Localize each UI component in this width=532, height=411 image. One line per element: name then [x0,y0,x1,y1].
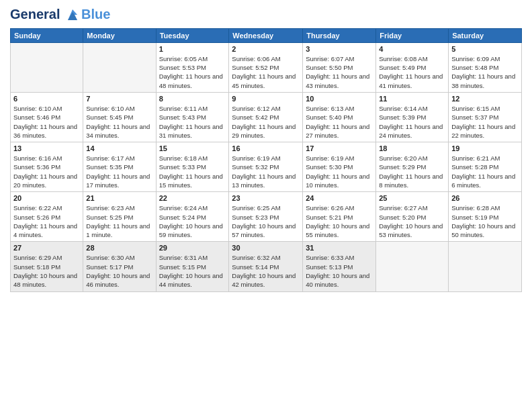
day-number: 13 [13,144,80,152]
calendar-week-2: 6Sunrise: 6:10 AM Sunset: 5:46 PM Daylig… [11,92,522,142]
day-number: 28 [86,244,152,252]
day-number: 20 [13,194,80,202]
day-info: Sunrise: 6:07 AM Sunset: 5:50 PM Dayligh… [306,54,373,90]
calendar-cell: 10Sunrise: 6:13 AM Sunset: 5:40 PM Dayli… [303,92,376,142]
logo-blue: Blue [81,7,110,21]
weekday-header-saturday: Saturday [449,28,522,42]
calendar-cell: 28Sunrise: 6:30 AM Sunset: 5:17 PM Dayli… [83,242,156,291]
day-number: 23 [232,194,300,202]
day-number: 8 [159,95,226,103]
calendar-cell: 9Sunrise: 6:12 AM Sunset: 5:42 PM Daylig… [229,92,303,142]
calendar-cell: 21Sunrise: 6:23 AM Sunset: 5:25 PM Dayli… [83,192,156,242]
calendar-cell: 24Sunrise: 6:26 AM Sunset: 5:21 PM Dayli… [303,192,376,242]
day-number: 3 [306,45,373,53]
calendar-cell [11,42,83,92]
day-info: Sunrise: 6:29 AM Sunset: 5:18 PM Dayligh… [13,253,80,289]
weekday-header-sunday: Sunday [11,28,83,42]
day-info: Sunrise: 6:33 AM Sunset: 5:13 PM Dayligh… [306,253,373,289]
calendar-cell: 8Sunrise: 6:11 AM Sunset: 5:43 PM Daylig… [156,92,229,142]
day-number: 26 [451,194,519,202]
calendar-cell: 15Sunrise: 6:18 AM Sunset: 5:33 PM Dayli… [156,142,229,192]
calendar-cell: 5Sunrise: 6:09 AM Sunset: 5:48 PM Daylig… [449,42,522,92]
day-info: Sunrise: 6:22 AM Sunset: 5:26 PM Dayligh… [13,203,80,239]
day-info: Sunrise: 6:19 AM Sunset: 5:32 PM Dayligh… [232,154,300,189]
calendar-cell: 7Sunrise: 6:10 AM Sunset: 5:45 PM Daylig… [83,92,156,142]
day-number: 9 [232,95,300,103]
calendar-cell: 1Sunrise: 6:05 AM Sunset: 5:53 PM Daylig… [156,42,229,92]
day-info: Sunrise: 6:27 AM Sunset: 5:20 PM Dayligh… [379,203,445,239]
calendar-cell: 4Sunrise: 6:08 AM Sunset: 5:49 PM Daylig… [376,42,449,92]
logo-general: General [10,7,60,21]
day-number: 19 [451,144,519,152]
day-info: Sunrise: 6:28 AM Sunset: 5:19 PM Dayligh… [451,203,519,239]
day-info: Sunrise: 6:23 AM Sunset: 5:25 PM Dayligh… [86,203,152,239]
day-info: Sunrise: 6:17 AM Sunset: 5:35 PM Dayligh… [86,154,152,189]
day-info: Sunrise: 6:12 AM Sunset: 5:42 PM Dayligh… [232,104,300,140]
day-info: Sunrise: 6:31 AM Sunset: 5:15 PM Dayligh… [159,253,226,289]
calendar-cell: 29Sunrise: 6:31 AM Sunset: 5:15 PM Dayli… [156,242,229,291]
day-number: 7 [86,95,152,103]
calendar-table: SundayMondayTuesdayWednesdayThursdayFrid… [10,28,522,292]
logo-icon [65,8,80,23]
day-number: 24 [306,194,373,202]
calendar-cell: 22Sunrise: 6:24 AM Sunset: 5:24 PM Dayli… [156,192,229,242]
weekday-header-wednesday: Wednesday [229,28,303,42]
calendar-cell: 27Sunrise: 6:29 AM Sunset: 5:18 PM Dayli… [11,242,83,291]
day-info: Sunrise: 6:09 AM Sunset: 5:48 PM Dayligh… [451,54,519,90]
day-number: 31 [306,244,373,252]
weekday-header-thursday: Thursday [303,28,376,42]
weekday-header-monday: Monday [83,28,156,42]
day-number: 17 [306,144,373,152]
calendar-week-5: 27Sunrise: 6:29 AM Sunset: 5:18 PM Dayli… [11,242,522,291]
calendar-week-4: 20Sunrise: 6:22 AM Sunset: 5:26 PM Dayli… [11,192,522,242]
day-info: Sunrise: 6:20 AM Sunset: 5:29 PM Dayligh… [379,154,445,189]
calendar-cell: 6Sunrise: 6:10 AM Sunset: 5:46 PM Daylig… [11,92,83,142]
day-info: Sunrise: 6:26 AM Sunset: 5:21 PM Dayligh… [306,203,373,239]
calendar-cell: 2Sunrise: 6:06 AM Sunset: 5:52 PM Daylig… [229,42,303,92]
calendar-cell: 25Sunrise: 6:27 AM Sunset: 5:20 PM Dayli… [376,192,449,242]
calendar-cell: 23Sunrise: 6:25 AM Sunset: 5:23 PM Dayli… [229,192,303,242]
calendar-header-row: SundayMondayTuesdayWednesdayThursdayFrid… [11,28,522,42]
day-info: Sunrise: 6:14 AM Sunset: 5:39 PM Dayligh… [379,104,445,140]
weekday-header-friday: Friday [376,28,449,42]
calendar-cell: 31Sunrise: 6:33 AM Sunset: 5:13 PM Dayli… [303,242,376,291]
calendar-cell [376,242,449,291]
day-info: Sunrise: 6:10 AM Sunset: 5:45 PM Dayligh… [86,104,152,140]
day-number: 12 [451,95,519,103]
day-number: 14 [86,144,152,152]
day-info: Sunrise: 6:06 AM Sunset: 5:52 PM Dayligh… [232,54,300,90]
day-info: Sunrise: 6:32 AM Sunset: 5:14 PM Dayligh… [232,253,300,289]
calendar-cell: 16Sunrise: 6:19 AM Sunset: 5:32 PM Dayli… [229,142,303,192]
calendar-cell [449,242,522,291]
calendar-cell [83,42,156,92]
day-number: 2 [232,45,300,53]
day-info: Sunrise: 6:25 AM Sunset: 5:23 PM Dayligh… [232,203,300,239]
day-number: 22 [159,194,226,202]
day-info: Sunrise: 6:30 AM Sunset: 5:17 PM Dayligh… [86,253,152,289]
logo: General Blue [10,7,110,23]
day-number: 4 [379,45,445,53]
day-info: Sunrise: 6:10 AM Sunset: 5:46 PM Dayligh… [13,104,80,140]
calendar-cell: 12Sunrise: 6:15 AM Sunset: 5:37 PM Dayli… [449,92,522,142]
day-number: 10 [306,95,373,103]
calendar-cell: 3Sunrise: 6:07 AM Sunset: 5:50 PM Daylig… [303,42,376,92]
calendar-cell: 17Sunrise: 6:19 AM Sunset: 5:30 PM Dayli… [303,142,376,192]
calendar-cell: 11Sunrise: 6:14 AM Sunset: 5:39 PM Dayli… [376,92,449,142]
day-number: 25 [379,194,445,202]
calendar-cell: 13Sunrise: 6:16 AM Sunset: 5:36 PM Dayli… [11,142,83,192]
day-number: 30 [232,244,300,252]
calendar-cell: 14Sunrise: 6:17 AM Sunset: 5:35 PM Dayli… [83,142,156,192]
day-info: Sunrise: 6:16 AM Sunset: 5:36 PM Dayligh… [13,154,80,189]
day-number: 29 [159,244,226,252]
day-number: 15 [159,144,226,152]
day-info: Sunrise: 6:08 AM Sunset: 5:49 PM Dayligh… [379,54,445,90]
calendar-cell: 26Sunrise: 6:28 AM Sunset: 5:19 PM Dayli… [449,192,522,242]
header: General Blue [10,7,522,23]
day-number: 6 [13,95,80,103]
day-number: 5 [451,45,519,53]
day-info: Sunrise: 6:11 AM Sunset: 5:43 PM Dayligh… [159,104,226,140]
day-info: Sunrise: 6:15 AM Sunset: 5:37 PM Dayligh… [451,104,519,140]
day-info: Sunrise: 6:13 AM Sunset: 5:40 PM Dayligh… [306,104,373,140]
calendar-cell: 19Sunrise: 6:21 AM Sunset: 5:28 PM Dayli… [449,142,522,192]
day-info: Sunrise: 6:21 AM Sunset: 5:28 PM Dayligh… [451,154,519,189]
